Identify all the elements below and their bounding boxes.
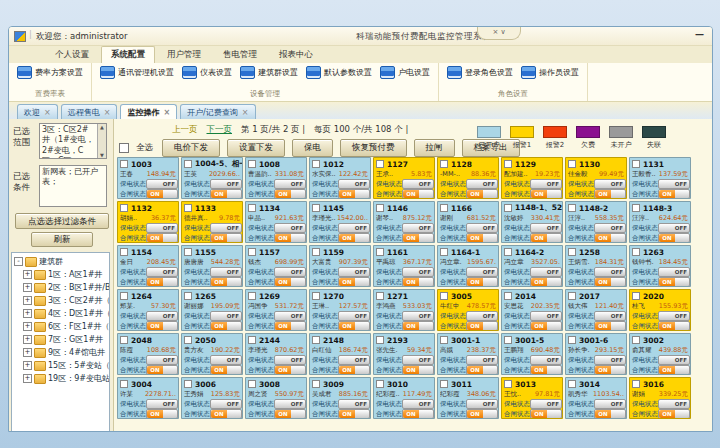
supply-toggle[interactable]: OFF <box>402 223 434 233</box>
meter-card[interactable]: 1131王毅香..137.59元保电状态OFF合闸状态ON <box>629 157 691 199</box>
meter-card[interactable]: 1263钱钟书.184.45元保电状态OFF合闸状态ON <box>629 245 691 287</box>
selected-range-box[interactable]: 3区：C区2#井（1#变电，2#变电，C区、C区… ▲ ▼ <box>39 123 107 159</box>
supply-toggle[interactable]: OFF <box>402 267 434 277</box>
switch-toggle[interactable]: ON <box>594 189 626 199</box>
switch-toggle[interactable]: ON <box>210 365 242 375</box>
supply-toggle[interactable]: OFF <box>594 399 626 409</box>
switch-toggle[interactable]: ON <box>338 233 370 243</box>
minimize-icon[interactable]: — <box>695 29 704 39</box>
switch-toggle[interactable]: ON <box>466 409 498 419</box>
document-tab[interactable]: 远程售电× <box>61 104 118 119</box>
card-checkbox[interactable] <box>376 204 384 212</box>
switch-toggle[interactable]: ON <box>402 233 434 243</box>
scroll-up-icon[interactable]: ▲ <box>100 124 104 131</box>
card-checkbox[interactable] <box>312 336 320 344</box>
card-checkbox[interactable] <box>248 204 256 212</box>
card-checkbox[interactable] <box>184 248 192 256</box>
meter-card[interactable]: 3001-1高娥238.37元保电状态OFF合闸状态ON <box>437 333 499 375</box>
switch-toggle[interactable]: ON <box>658 233 690 243</box>
supply-toggle[interactable]: OFF <box>530 267 562 277</box>
switch-toggle[interactable]: ON <box>658 409 690 419</box>
switch-toggle[interactable]: ON <box>210 189 242 199</box>
supply-toggle[interactable]: OFF <box>274 355 306 365</box>
meter-card[interactable]: 1166谢刚681.52元保电状态OFF合闸状态ON <box>437 201 499 243</box>
meter-card[interactable]: 3013王忱..97.81元保电状态OFF合闸状态ON <box>501 377 563 419</box>
tree-item[interactable]: +19区：9#变电站（2#… <box>23 372 109 385</box>
supply-toggle[interactable]: OFF <box>210 399 242 409</box>
card-checkbox[interactable] <box>440 292 448 300</box>
card-checkbox[interactable] <box>312 160 320 168</box>
supply-toggle[interactable]: OFF <box>402 311 434 321</box>
switch-toggle[interactable]: ON <box>274 321 306 331</box>
switch-toggle[interactable]: ON <box>594 365 626 375</box>
meter-card[interactable]: 2048陈霞108.68元保电状态OFF合闸状态ON <box>117 333 179 375</box>
supply-toggle[interactable]: OFF <box>658 179 690 189</box>
card-checkbox[interactable] <box>504 292 512 300</box>
switch-toggle[interactable]: ON <box>146 321 178 331</box>
switch-toggle[interactable]: ON <box>338 409 370 419</box>
meter-card[interactable]: 1154金日208.45元保电状态OFF合闸状态ON <box>117 245 179 287</box>
tab-close-icon[interactable]: × <box>104 108 111 117</box>
select-all-checkbox[interactable] <box>119 143 129 153</box>
supply-toggle[interactable]: OFF <box>530 179 562 189</box>
meter-card[interactable]: 3009吴成君885.16元保电状态OFF合闸状态ON <box>309 377 371 419</box>
expand-box-icon[interactable]: + <box>23 348 32 357</box>
card-checkbox[interactable] <box>120 292 128 300</box>
supply-toggle[interactable]: OFF <box>146 399 178 409</box>
meter-card[interactable]: 3010纪彩霞..117.49元保电状态OFF合闸状态ON <box>373 377 435 419</box>
supply-toggle[interactable]: OFF <box>466 267 498 277</box>
supply-toggle[interactable]: OFF <box>146 223 178 233</box>
card-checkbox[interactable] <box>504 248 512 256</box>
meter-card[interactable]: 1130佳金毅99.49元保电状态OFF合闸状态ON <box>565 157 627 199</box>
scroll-down-icon[interactable]: ▼ <box>100 152 104 159</box>
selected-condition-box[interactable]: 新网表；已开户表； <box>39 165 107 207</box>
switch-toggle[interactable]: ON <box>210 321 242 331</box>
filter-select-button[interactable]: 点选选择过滤条件 <box>15 213 109 229</box>
supply-toggle[interactable]: OFF <box>146 179 178 189</box>
meter-card[interactable]: 2144李瑾光870.62元保电状态OFF合闸状态ON <box>245 333 307 375</box>
supply-toggle[interactable]: OFF <box>146 267 178 277</box>
meter-card[interactable]: 1264郑某.57.30元保电状态OFF合闸状态ON <box>117 289 179 331</box>
toolbar-button[interactable]: 保电 <box>292 139 333 157</box>
supply-toggle[interactable]: OFF <box>658 399 690 409</box>
switch-toggle[interactable]: ON <box>338 189 370 199</box>
switch-toggle[interactable]: ON <box>146 365 178 375</box>
card-checkbox[interactable] <box>440 160 448 168</box>
meter-card[interactable]: 3014凯秀华1103.54..保电状态OFF合闸状态ON <box>565 377 627 419</box>
switch-toggle[interactable]: ON <box>530 409 562 419</box>
card-checkbox[interactable] <box>440 248 448 256</box>
card-checkbox[interactable] <box>184 160 192 168</box>
meter-card[interactable]: 3005牛红中478.57元保电状态OFF合闸状态ON <box>437 289 499 331</box>
supply-toggle[interactable]: OFF <box>466 399 498 409</box>
switch-toggle[interactable]: ON <box>594 233 626 243</box>
switch-toggle[interactable]: ON <box>210 409 242 419</box>
meter-card[interactable]: 2148白红仙186.74元保电状态OFF合闸状态ON <box>309 333 371 375</box>
supply-toggle[interactable]: OFF <box>658 223 690 233</box>
card-checkbox[interactable] <box>184 204 192 212</box>
switch-toggle[interactable]: ON <box>466 277 498 287</box>
ribbon-button[interactable]: 默认参数设置 <box>306 66 372 79</box>
switch-toggle[interactable]: ON <box>274 233 306 243</box>
refresh-button[interactable]: 刷新 <box>31 232 93 247</box>
card-checkbox[interactable] <box>120 380 128 388</box>
switch-toggle[interactable]: ON <box>146 233 178 243</box>
switch-toggle[interactable]: ON <box>594 321 626 331</box>
supply-toggle[interactable]: OFF <box>274 223 306 233</box>
switch-toggle[interactable]: ON <box>466 189 498 199</box>
meter-card[interactable]: 1164-1冯立章.1595.67.保电状态OFF合闸状态ON <box>437 245 499 287</box>
supply-toggle[interactable]: OFF <box>338 223 370 233</box>
ribbon-button[interactable]: 建筑群设置 <box>240 66 298 79</box>
meter-card[interactable]: 1269冯国争531.72元保电状态OFF合闸状态ON <box>245 289 307 331</box>
meter-card[interactable]: 1155唐唐唐544.28元保电状态OFF合闸状态ON <box>181 245 243 287</box>
card-checkbox[interactable] <box>568 292 576 300</box>
tab-close-icon[interactable]: × <box>163 108 170 117</box>
card-checkbox[interactable] <box>504 160 512 168</box>
menu-tab[interactable]: 个人设置 <box>45 46 99 63</box>
meter-card[interactable]: 1004-5、相一王英2029.66..保电状态OFF合闸状态ON <box>181 157 243 199</box>
switch-toggle[interactable]: ON <box>658 365 690 375</box>
card-checkbox[interactable] <box>632 380 640 388</box>
tree-item[interactable]: +7区：G区1#井 <box>23 333 109 346</box>
tree-item[interactable]: +9区：4#馆电井（4#馆… <box>23 346 109 359</box>
supply-toggle[interactable]: OFF <box>594 311 626 321</box>
card-checkbox[interactable] <box>376 292 384 300</box>
